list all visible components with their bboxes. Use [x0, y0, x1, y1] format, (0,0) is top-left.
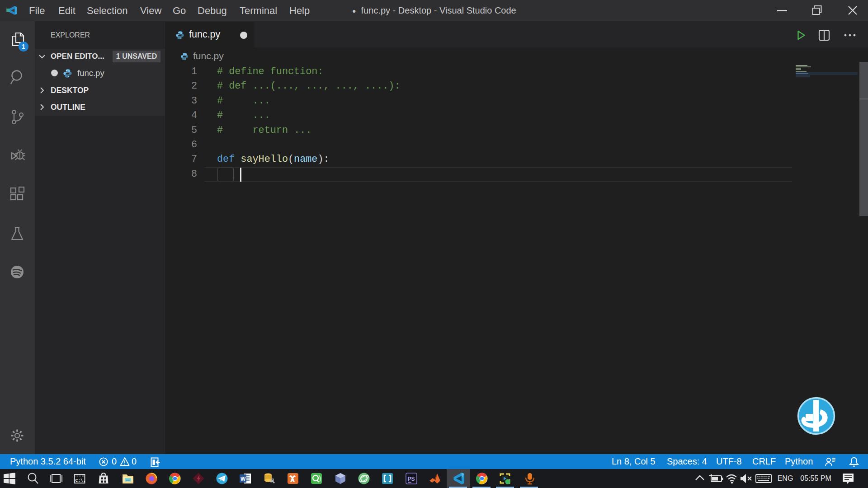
svg-text:W: W	[241, 476, 246, 482]
svg-text:PS: PS	[408, 476, 415, 482]
svg-text:C:\.: C:\.	[75, 478, 86, 483]
